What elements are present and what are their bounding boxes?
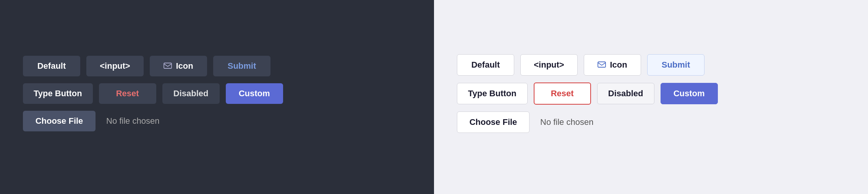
dark-input-button[interactable]: <input> [86,56,144,76]
envelope-icon [164,61,172,71]
dark-type-button-label: Type Button [34,89,82,99]
light-disabled-label: Disabled [608,89,643,99]
dark-custom-button[interactable]: Custom [226,83,283,104]
light-row-1: Default <input> Icon Submit [457,54,704,76]
light-reset-label: Reset [551,89,574,99]
dark-default-button[interactable]: Default [23,56,80,76]
light-submit-button[interactable]: Submit [647,54,704,76]
dark-input-label: <input> [100,61,130,71]
svg-rect-0 [164,63,172,68]
light-disabled-button[interactable]: Disabled [597,83,654,104]
light-reset-button[interactable]: Reset [534,82,591,105]
dark-disabled-label: Disabled [173,89,209,99]
dark-row-3: Choose File No file chosen [23,111,159,131]
dark-choose-file-label: Choose File [36,116,83,126]
dark-submit-button[interactable]: Submit [213,56,270,76]
light-no-file-text: No file chosen [540,117,593,127]
light-input-button[interactable]: <input> [520,54,578,76]
light-type-button-label: Type Button [468,89,517,99]
dark-custom-label: Custom [239,89,270,99]
dark-panel: Default <input> Icon Submit Type Button … [0,0,434,194]
light-custom-button[interactable]: Custom [661,83,718,104]
dark-submit-label: Submit [228,61,256,71]
dark-disabled-button[interactable]: Disabled [162,83,220,104]
light-custom-label: Custom [674,89,705,99]
dark-type-button[interactable]: Type Button [23,83,93,104]
light-choose-file-label: Choose File [470,117,517,127]
light-submit-label: Submit [662,60,690,70]
dark-reset-button[interactable]: Reset [99,83,156,104]
light-row-2: Type Button Reset Disabled Custom [457,82,718,105]
light-row-3: Choose File No file chosen [457,112,593,133]
light-panel: Default <input> Icon Submit Type Button … [434,0,868,194]
light-default-button[interactable]: Default [457,54,514,76]
light-input-label: <input> [534,60,564,70]
light-icon-label: Icon [610,60,627,70]
dark-reset-label: Reset [116,89,139,99]
dark-icon-button[interactable]: Icon [150,56,207,76]
envelope-icon-light [598,60,606,70]
light-default-label: Default [471,60,500,70]
dark-choose-file-button[interactable]: Choose File [23,111,96,131]
light-choose-file-button[interactable]: Choose File [457,112,530,133]
dark-default-label: Default [37,61,66,71]
light-icon-button[interactable]: Icon [584,54,641,76]
dark-icon-label: Icon [176,61,193,71]
dark-row-1: Default <input> Icon Submit [23,56,270,76]
svg-rect-1 [598,62,606,67]
dark-row-2: Type Button Reset Disabled Custom [23,83,283,104]
light-type-button[interactable]: Type Button [457,83,528,104]
dark-no-file-text: No file chosen [106,116,159,126]
